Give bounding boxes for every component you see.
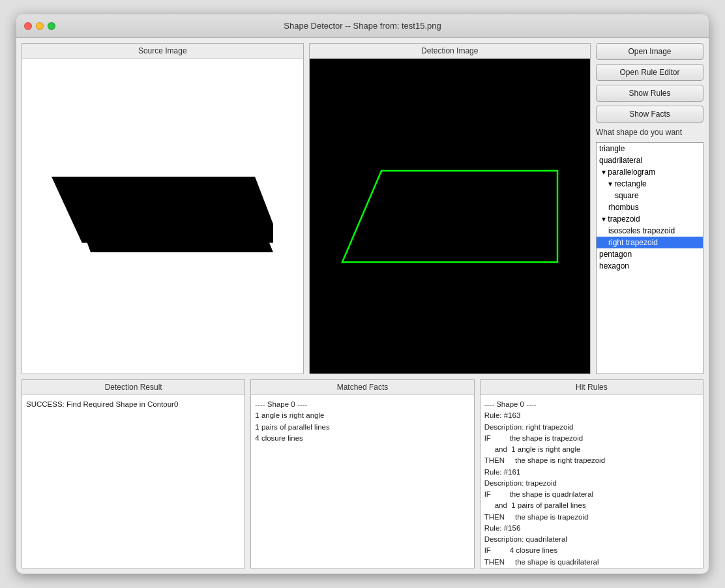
shape-list-item-rectangle[interactable]: ▾ rectangle xyxy=(597,178,703,190)
detection-result-text: SUCCESS: Find Required Shape in Contour0 xyxy=(22,395,244,568)
matched-facts-text: ---- Shape 0 ---- 1 angle is right angle… xyxy=(251,395,473,568)
matched-facts-label: Matched Facts xyxy=(251,380,473,395)
matched-facts-panel: Matched Facts ---- Shape 0 ---- 1 angle … xyxy=(250,379,474,568)
detection-result-panel: Detection Result SUCCESS: Find Required … xyxy=(22,379,245,568)
svg-marker-1 xyxy=(65,181,273,252)
shape-list-item-quadrilateral[interactable]: quadrilateral xyxy=(597,154,703,166)
shape-list-item-hexagon[interactable]: hexagon xyxy=(597,260,703,272)
shape-selector-label: What shape do you want xyxy=(596,126,703,138)
main-content: Source Image Detection Image xyxy=(16,38,709,574)
detection-shape-svg xyxy=(329,151,570,282)
bottom-section: Detection Result SUCCESS: Find Required … xyxy=(22,379,703,568)
open-image-button[interactable]: Open Image xyxy=(596,43,703,60)
shape-list-item-rhombus[interactable]: rhombus xyxy=(597,201,703,213)
shape-list[interactable]: trianglequadrilateral▾ parallelogram▾ re… xyxy=(596,142,703,374)
shape-list-item-square[interactable]: square xyxy=(597,190,703,201)
source-shape-svg xyxy=(52,151,273,282)
source-image-area xyxy=(22,59,303,374)
hit-rules-text: ---- Shape 0 ---- Rule: #163 Description… xyxy=(481,395,703,568)
traffic-lights xyxy=(24,22,55,30)
top-section: Source Image Detection Image xyxy=(22,43,703,374)
shape-list-item-trapezoid[interactable]: ▾ trapezoid xyxy=(597,213,703,225)
shape-list-item-parallelogram[interactable]: ▾ parallelogram xyxy=(597,166,703,178)
maximize-button[interactable] xyxy=(48,22,55,30)
detection-panel: Detection Image xyxy=(309,43,591,374)
show-rules-button[interactable]: Show Rules xyxy=(596,85,703,102)
shape-list-item-triangle[interactable]: triangle xyxy=(597,143,703,154)
shape-list-item-isosceles_trapezoid[interactable]: isosceles trapezoid xyxy=(597,225,703,237)
title-bar: Shape Detector -- Shape from: test15.png xyxy=(16,14,709,38)
open-rule-editor-button[interactable]: Open Rule Editor xyxy=(596,64,703,81)
minimize-button[interactable] xyxy=(36,22,44,30)
source-panel: Source Image xyxy=(22,43,304,374)
detection-image-area xyxy=(310,59,591,374)
hit-rules-panel: Hit Rules ---- Shape 0 ---- Rule: #163 D… xyxy=(480,379,703,568)
detection-label: Detection Image xyxy=(310,44,591,59)
source-label: Source Image xyxy=(22,44,303,59)
right-panel: Open Image Open Rule Editor Show Rules S… xyxy=(596,43,703,374)
window-title: Shape Detector -- Shape from: test15.png xyxy=(284,21,441,31)
show-facts-button[interactable]: Show Facts xyxy=(596,106,703,123)
hit-rules-label: Hit Rules xyxy=(481,380,703,395)
close-button[interactable] xyxy=(24,22,32,30)
shape-list-item-pentagon[interactable]: pentagon xyxy=(597,248,703,260)
main-window: Shape Detector -- Shape from: test15.png… xyxy=(16,14,709,574)
shape-list-item-right_trapezoid[interactable]: right trapezoid xyxy=(597,237,703,248)
detection-result-label: Detection Result xyxy=(22,380,244,395)
